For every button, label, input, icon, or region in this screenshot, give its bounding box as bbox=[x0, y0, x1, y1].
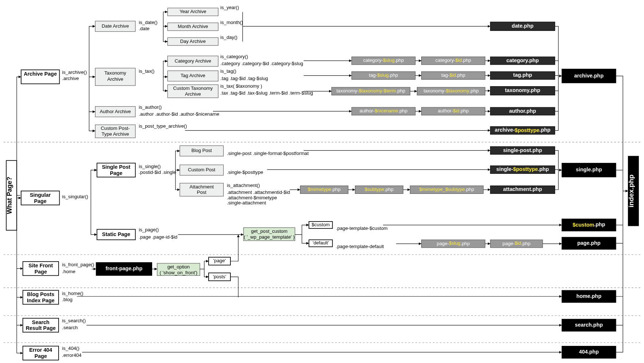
svg-text:is_search(): is_search() bbox=[62, 318, 86, 323]
svg-text:is_home(): is_home() bbox=[62, 291, 84, 296]
svg-text:.search: .search bbox=[62, 325, 78, 330]
svg-text:'page': 'page' bbox=[213, 258, 226, 263]
svg-text:get_post_custom: get_post_custom bbox=[251, 228, 287, 234]
date-archive: Date Archive bbox=[102, 23, 129, 29]
svg-text:is_front_page(): is_front_page() bbox=[62, 262, 95, 267]
svg-text:is_tax(): is_tax() bbox=[139, 68, 154, 74]
svg-text:$subtype.php: $subtype.php bbox=[365, 187, 394, 192]
404-php: 404.php bbox=[579, 349, 598, 355]
svg-text:.blog: .blog bbox=[62, 297, 73, 302]
final-target: index.php bbox=[627, 175, 635, 207]
svg-text:Custom Post-: Custom Post- bbox=[101, 125, 130, 131]
svg-text:page-$id.php: page-$id.php bbox=[502, 241, 530, 246]
svg-text:( '_wp_page_template' ): ( '_wp_page_template' ) bbox=[244, 234, 295, 240]
svg-text:Error 404: Error 404 bbox=[29, 347, 52, 353]
svg-text:is_year(): is_year() bbox=[220, 5, 239, 10]
svg-text:.attachment .attachmentid-$id: .attachment .attachmentid-$id bbox=[227, 190, 290, 195]
svg-text:.archive: .archive bbox=[62, 76, 79, 81]
date-php: date.php bbox=[512, 23, 534, 29]
svg-text:is_author(): is_author() bbox=[139, 104, 162, 110]
svg-text:category.php: category.php bbox=[506, 57, 539, 63]
svg-text:'posts': 'posts' bbox=[213, 274, 226, 279]
svg-text:Tag Archive: Tag Archive bbox=[181, 73, 205, 78]
svg-text:Single Post: Single Post bbox=[102, 164, 130, 170]
svg-text:is_attachment(): is_attachment() bbox=[227, 183, 260, 188]
svg-text:Page: Page bbox=[35, 269, 47, 275]
svg-text:tag.php: tag.php bbox=[513, 72, 532, 78]
svg-text:is_tax( $taxonomy ): is_tax( $taxonomy ) bbox=[220, 83, 262, 89]
svg-text:.single-$posttype: .single-$posttype bbox=[227, 169, 263, 175]
svg-text:get_option: get_option bbox=[167, 264, 190, 270]
svg-text:author-$nicename.php: author-$nicename.php bbox=[360, 108, 408, 113]
single-php: single.php bbox=[576, 167, 602, 172]
svg-text:Blog Posts: Blog Posts bbox=[27, 291, 54, 297]
svg-text:tag-$slug.php: tag-$slug.php bbox=[369, 72, 398, 78]
svg-text:Custom Taxonomy: Custom Taxonomy bbox=[173, 85, 213, 91]
svg-text:.single-attachment: .single-attachment bbox=[227, 200, 266, 206]
svg-text:page-$slug.php: page-$slug.php bbox=[437, 241, 470, 246]
svg-text:is_404(): is_404() bbox=[62, 346, 80, 351]
svg-text:$custom: $custom bbox=[312, 222, 330, 227]
archive-php: archive.php bbox=[574, 73, 604, 79]
svg-text:single-$posttype.php: single-$posttype.php bbox=[496, 166, 549, 172]
svg-text:.postid-$id .single: .postid-$id .single bbox=[139, 169, 176, 175]
svg-text:.category .category-$id .categ: .category .category-$id .category-$slug bbox=[220, 61, 303, 66]
svg-text:taxonomy-$taxonomy.php: taxonomy-$taxonomy.php bbox=[423, 88, 478, 93]
svg-text:.tax .tag-$id .tax-$slug .term: .tax .tag-$id .tax-$slug .term-$id .term… bbox=[220, 90, 313, 96]
svg-text:Archive: Archive bbox=[107, 76, 123, 82]
svg-text:is_day(): is_day() bbox=[220, 35, 237, 40]
svg-text:.page-template-default: .page-template-default bbox=[336, 244, 384, 249]
svg-text:is_single(): is_single() bbox=[139, 164, 161, 169]
svg-text:is_archive(): is_archive() bbox=[62, 69, 87, 75]
svg-text:.author .author-$id .author-$n: .author .author-$id .author-$nicename bbox=[139, 111, 219, 117]
svg-text:Archive: Archive bbox=[185, 91, 201, 97]
svg-text:Singular: Singular bbox=[30, 192, 51, 198]
svg-text:is_month(): is_month() bbox=[220, 20, 243, 25]
archive-page: Archive Page bbox=[24, 71, 57, 77]
svg-text:category-$slug.php: category-$slug.php bbox=[363, 57, 404, 63]
svg-text:Post: Post bbox=[197, 190, 207, 195]
root-label: What Page? bbox=[6, 177, 13, 214]
svg-text:.page .page-id-$id: .page .page-id-$id bbox=[139, 234, 177, 240]
svg-text:is_page(): is_page() bbox=[139, 227, 159, 232]
taxonomy-archive: Taxonomy bbox=[104, 70, 126, 76]
svg-text:Page: Page bbox=[34, 198, 46, 204]
svg-text:is_tag(): is_tag() bbox=[220, 68, 236, 74]
svg-text:$mimetype.php: $mimetype.php bbox=[308, 187, 341, 192]
svg-text:.date: .date bbox=[139, 26, 149, 31]
svg-text:Blog Post: Blog Post bbox=[191, 148, 212, 153]
svg-text:Site Front: Site Front bbox=[28, 263, 53, 268]
svg-text:is_singular(): is_singular() bbox=[62, 194, 88, 199]
svg-text:single-post.php: single-post.php bbox=[503, 147, 542, 153]
template-hierarchy-diagram: What Page? index.php Archive Page is_arc… bbox=[4, 4, 640, 361]
svg-text:.error404: .error404 bbox=[62, 352, 82, 358]
svg-text:author.php: author.php bbox=[509, 108, 536, 114]
svg-text:.single-post .single-format-$p: .single-post .single-format-$postformat bbox=[227, 151, 309, 156]
svg-text:Custom Post: Custom Post bbox=[188, 167, 216, 172]
svg-text:Attachment: Attachment bbox=[190, 184, 214, 190]
svg-text:taxonomy-$taxonomy-$term.php: taxonomy-$taxonomy-$term.php bbox=[336, 88, 405, 93]
svg-text:.home: .home bbox=[62, 269, 76, 274]
svg-text:Page: Page bbox=[35, 353, 47, 359]
search-php: search.php bbox=[575, 322, 603, 328]
svg-text:author-$id.php: author-$id.php bbox=[438, 108, 469, 113]
svg-text:Category Archive: Category Archive bbox=[175, 58, 211, 64]
svg-text:attachment.php: attachment.php bbox=[503, 186, 542, 192]
svg-text:Author Archive: Author Archive bbox=[100, 109, 131, 114]
front-page-php: front-page.php bbox=[106, 266, 143, 271]
svg-text:is_category(): is_category() bbox=[220, 54, 248, 59]
svg-text:is_date(): is_date() bbox=[139, 20, 157, 25]
svg-text:is_post_type_archive(): is_post_type_archive() bbox=[139, 123, 187, 129]
svg-text:Day Archive: Day Archive bbox=[180, 39, 206, 44]
svg-text:.tag .tag-$id .tag-$slug: .tag .tag-$id .tag-$slug bbox=[220, 76, 268, 81]
svg-text:taxonomy.php: taxonomy.php bbox=[505, 87, 540, 93]
svg-text:$custom.php: $custom.php bbox=[573, 222, 605, 227]
svg-text:page.php: page.php bbox=[577, 240, 601, 246]
svg-text:archive-$posttype.php: archive-$posttype.php bbox=[495, 127, 550, 133]
svg-text:Static Page: Static Page bbox=[102, 231, 130, 237]
svg-text:( 'show_on_front'): ( 'show_on_front') bbox=[159, 270, 197, 275]
svg-text:Type Archive: Type Archive bbox=[102, 131, 129, 137]
svg-text:Search: Search bbox=[32, 319, 50, 325]
svg-text:.page-template-$custom: .page-template-$custom bbox=[336, 226, 388, 231]
home-php: home.php bbox=[576, 293, 601, 299]
